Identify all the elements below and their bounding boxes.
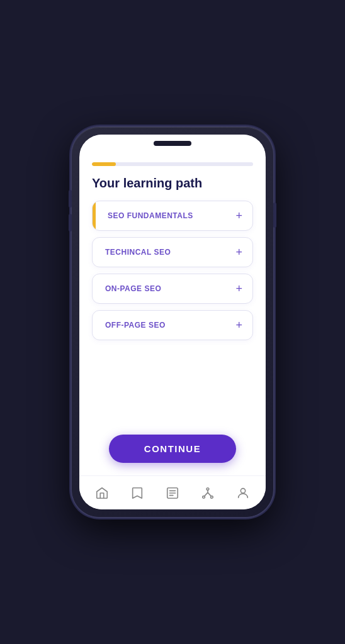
- continue-button[interactable]: CONTINUE: [109, 435, 236, 463]
- learning-item-seo-fundamentals[interactable]: SEO FUNDAMENTALS +: [92, 201, 253, 231]
- svg-point-4: [240, 488, 245, 492]
- page-title: Your learning path: [92, 176, 253, 191]
- camera-notch: [154, 141, 191, 146]
- item-label-off-page-seo: OFF-PAGE SEO: [103, 321, 235, 330]
- profile-icon: [236, 486, 250, 500]
- bookmark-icon: [130, 486, 144, 500]
- learning-item-on-page-seo[interactable]: ON-PAGE SEO +: [92, 274, 253, 304]
- volume-down-button: [69, 214, 72, 231]
- phone-screen: Your learning path SEO FUNDAMENTALS + TE…: [79, 135, 266, 509]
- progress-bar-container: [92, 162, 253, 166]
- progress-bar-track: [92, 162, 253, 166]
- nav-item-news[interactable]: [158, 482, 187, 504]
- bottom-navigation: [79, 475, 266, 509]
- nav-item-network[interactable]: [193, 482, 222, 504]
- learning-item-off-page-seo[interactable]: OFF-PAGE SEO +: [92, 310, 253, 340]
- item-label-technical-seo: TECHINCAL SEO: [103, 248, 235, 257]
- item-label-on-page-seo: ON-PAGE SEO: [103, 284, 235, 293]
- learning-item-technical-seo[interactable]: TECHINCAL SEO +: [92, 237, 253, 267]
- progress-bar-fill: [92, 162, 116, 166]
- news-icon: [166, 486, 179, 500]
- volume-up-button: [69, 190, 72, 208]
- network-icon: [201, 486, 215, 500]
- home-icon: [95, 486, 109, 500]
- screen-content: Your learning path SEO FUNDAMENTALS + TE…: [79, 152, 266, 475]
- add-seo-fundamentals-icon: +: [235, 210, 242, 221]
- status-bar: [79, 135, 266, 152]
- nav-item-bookmark[interactable]: [123, 482, 152, 504]
- nav-item-home[interactable]: [88, 482, 116, 504]
- item-label-seo-fundamentals: SEO FUNDAMENTALS: [103, 211, 235, 220]
- add-off-page-seo-icon: +: [235, 319, 242, 331]
- phone-frame: Your learning path SEO FUNDAMENTALS + TE…: [72, 127, 273, 517]
- nav-item-profile[interactable]: [229, 482, 257, 504]
- power-button: [273, 203, 276, 228]
- add-on-page-seo-icon: +: [235, 283, 242, 294]
- add-technical-seo-icon: +: [235, 247, 242, 258]
- continue-button-wrapper: CONTINUE: [92, 427, 253, 468]
- learning-items-list: SEO FUNDAMENTALS + TECHINCAL SEO + ON-PA…: [92, 201, 253, 427]
